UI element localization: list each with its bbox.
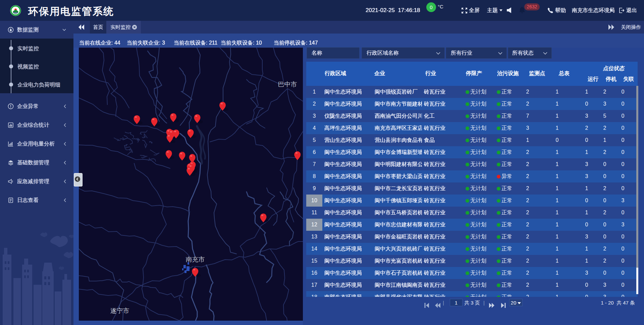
svg-text:巴中市: 巴中市 [278,81,297,88]
svg-text:遂宁市: 遂宁市 [110,307,129,314]
svg-text:南充市: 南充市 [186,256,205,263]
